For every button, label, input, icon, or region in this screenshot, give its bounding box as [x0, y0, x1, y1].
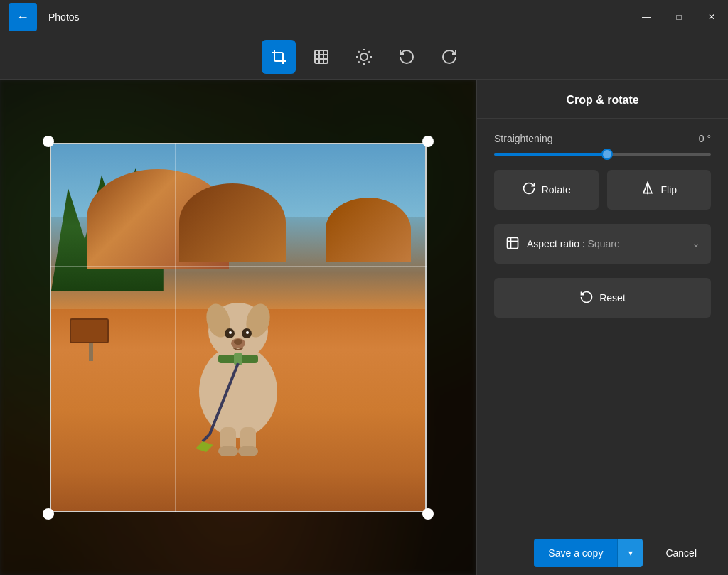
crop-handle-bottom-left[interactable] [43, 508, 54, 520]
rotate-flip-row: Rotate Flip [494, 170, 711, 210]
svg-point-17 [246, 331, 249, 334]
reset-label: Reset [599, 292, 626, 303]
reset-icon [579, 290, 594, 306]
minimize-button[interactable]: — [630, 0, 663, 34]
main-layout: Crop & rotate Straightening 0 ° [0, 80, 728, 575]
svg-rect-21 [234, 353, 242, 365]
crop-handle-top-right[interactable] [422, 136, 434, 147]
svg-line-9 [368, 51, 369, 52]
svg-point-19 [234, 339, 242, 345]
rock-formation-3 [326, 198, 411, 262]
close-button[interactable]: ✕ [695, 0, 728, 34]
save-copy-button[interactable]: Save a copy [534, 539, 617, 567]
photo-canvas [50, 143, 427, 512]
svg-point-16 [229, 331, 232, 334]
sign-board [70, 318, 109, 343]
crop-container[interactable] [36, 129, 441, 527]
window-controls: — □ ✕ [630, 0, 728, 34]
chevron-down-icon: ⌄ [692, 239, 700, 249]
crop-handle-bottom-right[interactable] [422, 508, 434, 520]
straightening-label-row: Straightening 0 ° [494, 133, 711, 144]
svg-point-1 [360, 53, 368, 60]
straightening-section: Straightening 0 ° [494, 133, 711, 156]
toolbar [0, 34, 728, 80]
aspect-ratio-button[interactable]: Aspect ratio : Square ⌄ [494, 224, 711, 264]
straightening-slider-track [494, 153, 711, 156]
panel-header: Crop & rotate [477, 80, 728, 119]
flip-button[interactable]: Flip [607, 170, 712, 210]
svg-line-4 [358, 51, 359, 52]
svg-line-8 [358, 61, 359, 62]
rotate-button[interactable]: Rotate [494, 170, 599, 210]
rotate-icon [522, 181, 536, 199]
aspect-ratio-value: Square [588, 238, 620, 249]
save-dropdown-button[interactable]: ▾ [617, 539, 643, 567]
panel-content: Straightening 0 ° [477, 119, 728, 530]
photo-scene [51, 144, 425, 511]
flip-icon [641, 181, 655, 199]
aspect-ratio-icon [505, 236, 520, 252]
aspect-separator: : [579, 238, 588, 249]
svg-line-5 [368, 61, 369, 62]
dog-image [167, 257, 309, 456]
canvas-area [0, 80, 476, 575]
rock-formation-2 [179, 183, 286, 262]
maximize-button[interactable]: □ [663, 0, 695, 34]
reset-button[interactable]: Reset [494, 278, 711, 318]
panel-title: Crop & rotate [566, 94, 638, 106]
cancel-button[interactable]: Cancel [651, 539, 711, 567]
app-title: Photos [48, 11, 80, 23]
right-panel: Crop & rotate Straightening 0 ° [476, 80, 728, 575]
rotate-label: Rotate [542, 184, 571, 195]
crop-handle-top-left[interactable] [43, 136, 54, 147]
filters-tool-button[interactable] [304, 40, 338, 74]
undo-button[interactable] [390, 40, 424, 74]
back-button[interactable]: ← [9, 3, 37, 31]
sign-area [70, 318, 112, 382]
straightening-value: 0 ° [699, 133, 711, 144]
bottom-bar: Save a copy ▾ Cancel [477, 530, 728, 575]
redo-button[interactable] [432, 40, 466, 74]
svg-rect-0 [315, 50, 328, 63]
straightening-label: Straightening [494, 133, 553, 144]
aspect-label-text: Aspect ratio [527, 238, 579, 249]
crop-tool-button[interactable] [262, 40, 296, 74]
svg-rect-28 [508, 237, 518, 248]
adjustments-tool-button[interactable] [347, 40, 381, 74]
aspect-ratio-label: Aspect ratio : Square [527, 238, 685, 249]
title-bar: ← Photos — □ ✕ [0, 0, 728, 34]
flip-label: Flip [660, 184, 677, 195]
chevron-down-icon: ▾ [628, 548, 633, 558]
